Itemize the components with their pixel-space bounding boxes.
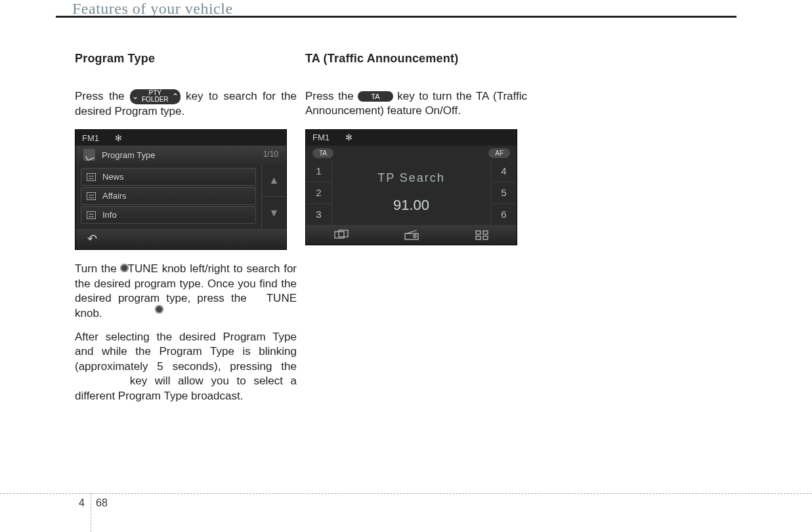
chevron-down-icon: ⌄ xyxy=(132,93,139,100)
preset-button[interactable]: 1 xyxy=(306,161,331,182)
shot2-topbar: FM1 ✻ xyxy=(306,130,517,146)
pt-p3-a: After selecting the desired Program Type… xyxy=(75,331,297,373)
pt-paragraph-2: Turn the TUNE knob left/right to search … xyxy=(75,262,297,321)
frequency: 91.00 xyxy=(393,195,429,215)
ta-p1-a: Press the xyxy=(305,90,358,102)
svg-line-3 xyxy=(406,230,417,234)
badge-ta: TA xyxy=(312,148,333,158)
shot1-scroll: ▲ ▼ xyxy=(261,164,286,229)
ptp2: Turn the TUNE knob left/right to search … xyxy=(75,262,297,319)
shot1-listwrap: News Affairs Info ▲ ▼ xyxy=(75,164,286,229)
list-icon xyxy=(87,192,96,200)
preset-button[interactable]: 5 xyxy=(491,182,517,204)
bluetooth-icon: ✻ xyxy=(345,132,353,143)
key-ta: TA xyxy=(358,91,393,102)
shot2-band: FM1 xyxy=(312,132,330,143)
key-pty-folder: ⌄ PTY FOLDER ⌃ xyxy=(130,89,181,104)
heading-program-type: Program Type xyxy=(75,51,297,67)
pt-p1-a: Press the xyxy=(75,90,130,102)
shot1-count: 1/10 xyxy=(263,150,278,160)
presets-right: 4 5 6 xyxy=(490,161,517,225)
svg-rect-8 xyxy=(483,236,488,239)
list-item-label: Affairs xyxy=(102,190,127,201)
column-program-type: Program Type Press the ⌄ PTY FOLDER ⌃ ke… xyxy=(75,51,297,403)
bluetooth-icon: ✻ xyxy=(115,133,122,144)
preset-button[interactable]: 2 xyxy=(306,182,331,204)
footer-vertical-rule xyxy=(91,493,91,532)
list-icon xyxy=(87,211,96,219)
list-item-label: News xyxy=(102,171,124,182)
radio-icon[interactable] xyxy=(404,230,419,240)
chevron-up-icon: ⌃ xyxy=(172,93,179,100)
shot1-bottombar: ↶ xyxy=(75,229,286,249)
svg-rect-6 xyxy=(483,231,488,234)
screenshot-ta: FM1 ✻ TA AF 1 2 3 TP Search 91.00 4 xyxy=(305,129,517,245)
svg-point-4 xyxy=(414,235,416,237)
header-rule xyxy=(56,16,737,18)
shot2-body: 1 2 3 TP Search 91.00 4 5 6 xyxy=(306,161,517,225)
menu-icon[interactable] xyxy=(475,230,489,240)
preset-button[interactable]: 4 xyxy=(491,161,517,182)
shot1-band: FM1 xyxy=(82,133,99,144)
shot1-topbar: FM1 ✻ xyxy=(75,130,286,146)
preset-button[interactable]: 3 xyxy=(306,204,331,225)
pt-paragraph-1: Press the ⌄ PTY FOLDER ⌃ key to search f… xyxy=(75,89,297,119)
key-pty-bottom: FOLDER xyxy=(142,96,169,103)
presets-left: 1 2 3 xyxy=(306,161,332,225)
footer-page: 68 xyxy=(96,497,108,509)
footer-chapter: 4 xyxy=(79,497,85,509)
column-ta: TA (Traffic Announcement) Press the TA k… xyxy=(305,51,527,257)
shot1-subtitle: Program Type xyxy=(102,150,155,161)
tune-knob-icon xyxy=(155,305,163,314)
list-item[interactable]: Info xyxy=(81,206,256,224)
list-icon xyxy=(87,173,96,181)
pt-p3-b: key will allow you to select a different… xyxy=(75,375,297,401)
shot2-center: TP Search 91.00 xyxy=(332,161,490,225)
shot1-list: News Affairs Info xyxy=(75,164,261,229)
footer-rule xyxy=(0,493,812,494)
list-item-label: Info xyxy=(102,209,117,220)
category-icon xyxy=(83,149,95,161)
svg-rect-5 xyxy=(476,231,481,234)
list-item[interactable]: News xyxy=(81,168,256,186)
scroll-up-button[interactable]: ▲ xyxy=(262,164,286,197)
screenshot-program-type: FM1 ✻ Program Type 1/10 News Affairs Inf… xyxy=(75,129,287,250)
shot2-bottombar xyxy=(306,225,517,245)
shot2-badges: TA AF xyxy=(306,146,517,161)
preset-button[interactable]: 6 xyxy=(491,204,517,225)
pt-paragraph-3: After selecting the desired Program Type… xyxy=(75,330,297,403)
svg-rect-7 xyxy=(476,236,481,239)
back-icon[interactable]: ↶ xyxy=(87,232,97,247)
shot1-subhead: Program Type 1/10 xyxy=(75,146,286,164)
badge-af: AF xyxy=(488,148,510,158)
mode-icon[interactable] xyxy=(334,230,349,240)
tp-search-label: TP Search xyxy=(377,171,445,186)
running-head: Features of your vehicle xyxy=(72,0,233,18)
list-item[interactable]: Affairs xyxy=(81,187,256,205)
scroll-down-button[interactable]: ▼ xyxy=(262,197,286,229)
ta-paragraph-1: Press the TA key to turn the TA (Traffic… xyxy=(305,89,527,119)
heading-ta: TA (Traffic Announcement) xyxy=(305,51,527,67)
